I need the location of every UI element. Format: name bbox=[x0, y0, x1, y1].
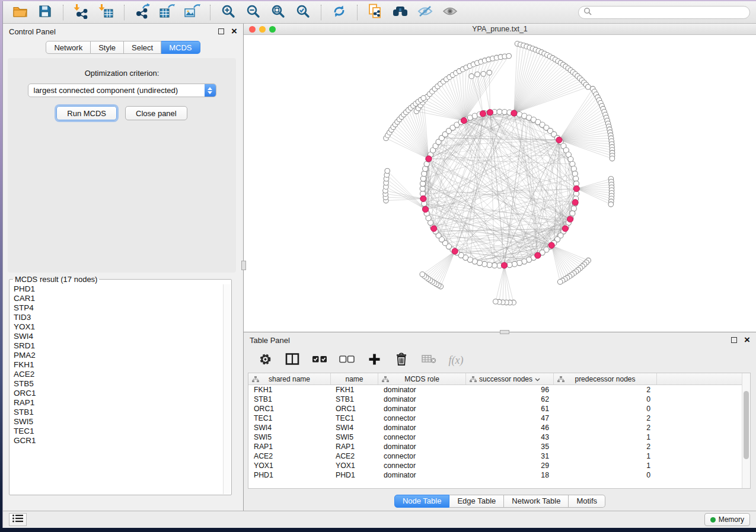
cell-shared-name[interactable]: SWI5 bbox=[248, 433, 331, 441]
vertical-splitter-handle[interactable] bbox=[241, 261, 246, 270]
horizontal-splitter-handle[interactable] bbox=[500, 330, 509, 334]
find-button[interactable] bbox=[389, 4, 412, 21]
show-all-button[interactable] bbox=[439, 4, 461, 21]
cell-mcds-role[interactable]: dominator bbox=[378, 471, 466, 479]
cell-mcds-role[interactable]: connector bbox=[378, 452, 466, 460]
table-row[interactable]: ORC1 ORC1 dominator 61 0 bbox=[248, 404, 750, 414]
cell-shared-name[interactable]: SWI4 bbox=[248, 424, 331, 432]
select-all-columns-button[interactable] bbox=[309, 351, 330, 370]
mcds-result-node[interactable]: STB1 bbox=[14, 408, 231, 417]
show-column-button[interactable] bbox=[282, 351, 303, 370]
column-header-predecessor-nodes[interactable]: predecessor nodes bbox=[554, 373, 657, 384]
add-column-button[interactable] bbox=[363, 351, 385, 370]
cell-mcds-role[interactable]: dominator bbox=[378, 443, 466, 451]
float-table-panel-icon[interactable] bbox=[731, 337, 737, 343]
zoom-fit-button[interactable] bbox=[267, 4, 289, 21]
cell-name[interactable]: FKH1 bbox=[331, 386, 378, 394]
table-row[interactable]: TEC1 TEC1 connector 47 2 bbox=[248, 414, 750, 423]
cell-name[interactable]: TEC1 bbox=[331, 414, 378, 422]
result-list-scrollbar[interactable] bbox=[223, 284, 231, 494]
tab-mcds[interactable]: MCDS bbox=[161, 41, 200, 54]
cell-name[interactable]: PHD1 bbox=[331, 471, 378, 479]
mcds-result-node[interactable]: TID3 bbox=[14, 313, 231, 322]
column-header-successor-nodes[interactable]: successor nodes bbox=[466, 373, 554, 384]
minimize-window-icon[interactable] bbox=[259, 26, 266, 33]
cell-name[interactable]: SWI4 bbox=[331, 424, 378, 432]
cell-shared-name[interactable]: ORC1 bbox=[248, 405, 331, 413]
cell-mcds-role[interactable]: connector bbox=[378, 462, 466, 470]
table-row[interactable]: PHD1 PHD1 dominator 18 0 bbox=[248, 470, 750, 480]
table-scrollbar[interactable] bbox=[742, 373, 750, 488]
close-panel-icon[interactable]: × bbox=[231, 28, 237, 34]
delete-table-button[interactable] bbox=[418, 351, 439, 370]
cell-predecessor-nodes[interactable]: 0 bbox=[554, 405, 657, 413]
cell-mcds-role[interactable]: dominator bbox=[378, 395, 466, 403]
mcds-result-node[interactable]: TEC1 bbox=[14, 427, 231, 436]
close-panel-button[interactable]: Close panel bbox=[125, 106, 187, 120]
apply-layout-button[interactable] bbox=[328, 4, 350, 21]
zoom-selected-button[interactable] bbox=[292, 4, 314, 21]
table-row[interactable]: SWI5 SWI5 connector 43 1 bbox=[248, 432, 750, 442]
table-row[interactable]: STB1 STB1 dominator 62 0 bbox=[248, 395, 750, 404]
run-mcds-button[interactable]: Run MCDS bbox=[56, 106, 117, 120]
duplicate-network-button[interactable] bbox=[364, 4, 387, 21]
mcds-result-node[interactable]: STP4 bbox=[14, 303, 231, 313]
cell-successor-nodes[interactable]: 35 bbox=[466, 443, 554, 451]
table-options-button[interactable] bbox=[254, 351, 276, 370]
cell-successor-nodes[interactable]: 61 bbox=[466, 405, 554, 413]
network-search-field[interactable] bbox=[578, 6, 750, 19]
mcds-result-node[interactable]: SRD1 bbox=[14, 341, 231, 351]
mcds-result-node[interactable]: SWI4 bbox=[14, 332, 231, 341]
tab-style[interactable]: Style bbox=[91, 41, 124, 54]
memory-button[interactable]: Memory bbox=[704, 513, 750, 526]
export-table-button[interactable] bbox=[156, 4, 178, 21]
cell-shared-name[interactable]: YOX1 bbox=[248, 462, 331, 470]
cell-shared-name[interactable]: STB1 bbox=[248, 395, 331, 403]
hide-selected-button[interactable] bbox=[414, 4, 436, 21]
table-row[interactable]: YOX1 YOX1 connector 29 1 bbox=[248, 461, 750, 470]
cell-successor-nodes[interactable]: 47 bbox=[466, 414, 554, 422]
float-panel-icon[interactable] bbox=[218, 28, 224, 34]
tab-network[interactable]: Network bbox=[46, 41, 91, 54]
cell-name[interactable]: RAP1 bbox=[331, 443, 378, 451]
zoom-out-button[interactable] bbox=[242, 4, 264, 21]
cell-successor-nodes[interactable]: 96 bbox=[466, 386, 554, 394]
column-header-name[interactable]: name bbox=[331, 373, 378, 384]
save-session-button[interactable] bbox=[34, 4, 56, 21]
mcds-result-node[interactable]: ORC1 bbox=[14, 389, 231, 398]
search-input[interactable] bbox=[595, 8, 745, 17]
cell-mcds-role[interactable]: connector bbox=[378, 414, 466, 422]
cell-predecessor-nodes[interactable]: 1 bbox=[554, 462, 657, 470]
table-scrollbar-thumb[interactable] bbox=[744, 391, 749, 459]
cell-successor-nodes[interactable]: 43 bbox=[466, 433, 554, 441]
cell-shared-name[interactable]: TEC1 bbox=[248, 414, 331, 422]
cell-mcds-role[interactable]: connector bbox=[378, 433, 466, 441]
cell-predecessor-nodes[interactable]: 0 bbox=[554, 395, 657, 403]
cell-mcds-role[interactable]: dominator bbox=[378, 405, 466, 413]
network-canvas[interactable] bbox=[244, 35, 756, 332]
cell-successor-nodes[interactable]: 18 bbox=[466, 471, 554, 479]
mcds-result-node[interactable]: RAP1 bbox=[14, 398, 231, 408]
cell-shared-name[interactable]: PHD1 bbox=[248, 471, 331, 479]
table-row[interactable]: RAP1 RAP1 dominator 35 2 bbox=[248, 442, 750, 451]
cell-successor-nodes[interactable]: 62 bbox=[466, 395, 554, 403]
deselect-all-columns-button[interactable] bbox=[336, 351, 358, 370]
cell-name[interactable]: STB1 bbox=[331, 395, 378, 403]
zoom-in-button[interactable] bbox=[217, 4, 240, 21]
close-window-icon[interactable] bbox=[249, 26, 256, 33]
mcds-result-node[interactable]: GCR1 bbox=[14, 436, 231, 446]
cell-name[interactable]: SWI5 bbox=[331, 433, 378, 441]
criterion-select[interactable]: largest connected component (undirected) bbox=[28, 84, 216, 97]
cell-predecessor-nodes[interactable]: 1 bbox=[554, 433, 657, 441]
cell-shared-name[interactable]: RAP1 bbox=[248, 443, 331, 451]
mcds-result-node[interactable]: CAR1 bbox=[14, 294, 231, 303]
cell-mcds-role[interactable]: dominator bbox=[378, 424, 466, 432]
maximize-window-icon[interactable] bbox=[269, 26, 276, 33]
tab-node-table[interactable]: Node Table bbox=[394, 495, 450, 508]
cell-predecessor-nodes[interactable]: 1 bbox=[554, 452, 657, 460]
table-row[interactable]: ACE2 ACE2 connector 31 1 bbox=[248, 451, 750, 461]
cell-successor-nodes[interactable]: 46 bbox=[466, 424, 554, 432]
mcds-result-node[interactable]: STB5 bbox=[14, 379, 231, 389]
table-row[interactable]: SWI4 SWI4 dominator 46 2 bbox=[248, 423, 750, 432]
tab-motifs[interactable]: Motifs bbox=[569, 495, 605, 508]
